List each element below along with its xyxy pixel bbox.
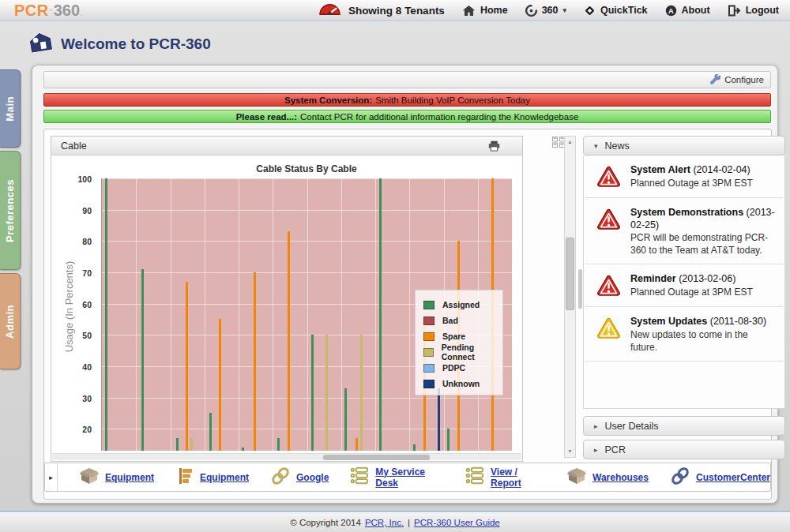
nav-item-home[interactable]: Home (462, 5, 508, 17)
h-scrollbar-thumb[interactable] (323, 455, 430, 460)
pcr360-logo[interactable]: PCR ◦ 360 . (14, 2, 82, 20)
chart-gridline-v (341, 178, 342, 451)
chart-bar-spare (186, 282, 188, 451)
layout-grid-icon[interactable] (552, 137, 565, 151)
nav-item-label: About (682, 5, 710, 16)
chart-horizontal-scrollbar[interactable] (52, 453, 521, 460)
cable-portlet-title: Cable (61, 140, 87, 152)
legend-swatch (423, 332, 434, 341)
circle-360-icon (525, 5, 537, 17)
shortcut-my-service-desk[interactable]: My Service Desk (350, 466, 444, 489)
chart-gridline-v (307, 178, 308, 451)
shortcut-link: CustomerCenter (696, 472, 770, 483)
chart-bar-pending-connect (325, 335, 328, 451)
news-column-scrollbar[interactable] (578, 269, 582, 309)
accordion-label: User Details (605, 421, 659, 432)
nav-item-label: Logout (746, 5, 779, 16)
chart-bar-assigned (242, 448, 244, 451)
nav-item-logout[interactable]: Logout (728, 5, 779, 17)
user-guide-link[interactable]: PCR-360 User Guide (414, 518, 500, 527)
chart-bar-unknown (438, 388, 440, 451)
legend-row: Assigned (423, 297, 502, 313)
welcome-heading: Welcome to PCR-360 (28, 32, 211, 57)
scroll-up-arrow[interactable]: ▲ (565, 137, 575, 148)
news-item-text: System Updates (2011-08-30)New updates t… (630, 316, 775, 354)
top-header-bar: PCR ◦ 360 . Showing 8 Tenants Home360▾Qu… (0, 0, 790, 21)
news-item-body: Planned Outage at 3PM EST (630, 178, 775, 190)
banner-text: Contact PCR for additional information r… (300, 112, 578, 122)
chart-gridline-h (102, 272, 512, 273)
legend-swatch (423, 380, 434, 388)
list-icon (465, 466, 485, 488)
pcr360-app: PCR ◦ 360 . Showing 8 Tenants Home360▾Qu… (0, 0, 790, 532)
news-item-name: System Demonstrations (630, 207, 743, 218)
shortcut-view-report[interactable]: View / Report (465, 466, 545, 489)
configure-button[interactable]: Configure (710, 74, 764, 86)
banner-title: System Conversion: (284, 96, 372, 105)
copyright-text: © Copyright 2014 (290, 518, 361, 527)
nav-item-quicktick[interactable]: QuickTick (584, 5, 648, 17)
logo-text-360: 360 (54, 2, 80, 20)
v-scrollbar-thumb[interactable] (566, 238, 574, 310)
header-nav: Showing 8 Tenants Home360▾QuickTickAAbou… (318, 3, 790, 18)
sidebar-tab-admin[interactable]: Admin (0, 273, 21, 369)
legend-row: Unknown (423, 376, 502, 392)
chevron-down-icon: ▾ (562, 6, 566, 14)
shortcut-google[interactable]: Google (270, 466, 329, 489)
nav-item-about[interactable]: AAbout (665, 5, 710, 17)
scroll-down-arrow[interactable]: ▼ (565, 446, 575, 457)
pcr-inc-link[interactable]: PCR, Inc. (365, 518, 404, 527)
legend-label: Pending Connect (442, 343, 502, 362)
sidebar-tab-main[interactable]: Main (0, 69, 21, 148)
legend-label: PDPC (442, 363, 465, 373)
y-tick-label: 90 (60, 206, 92, 215)
chart-bar-spare (356, 438, 358, 451)
printer-icon[interactable] (488, 140, 500, 154)
news-item-body: Planned Outage at 3PM EST (630, 287, 775, 299)
chart-gridline-v (171, 178, 171, 451)
news-item-text: System Alert (2014-02-04)Planned Outage … (630, 164, 775, 190)
collapsed-accordions: ▸User Details▸PCR (583, 412, 785, 459)
legend-label: Spare (442, 332, 465, 341)
accordion-label: PCR (605, 444, 626, 455)
chain-link-blue-icon (670, 466, 690, 489)
legend-row: Pending Connect (423, 344, 502, 360)
news-item-title: Reminder (2013-02-06) (630, 273, 775, 286)
logo-text-pcr: PCR (14, 2, 49, 20)
y-tick-label: 50 (60, 331, 92, 340)
logout-icon (728, 5, 741, 17)
sidebar-tab-label: Admin (4, 305, 16, 339)
shortcut-equipment[interactable]: Equipment (175, 466, 249, 489)
y-tick-label: 70 (60, 268, 92, 278)
chart-bar-assigned (344, 388, 347, 451)
warning-red-icon (596, 275, 621, 299)
nav-item-360[interactable]: 360▾ (525, 5, 566, 17)
shortcut-equipment[interactable]: Equipment (79, 466, 154, 489)
chart-gridline-h (102, 210, 512, 211)
tenant-indicator[interactable]: Showing 8 Tenants (318, 3, 445, 18)
chart-bar-assigned (413, 444, 416, 451)
footer: © Copyright 2014 PCR, Inc. | PCR-360 Use… (0, 512, 790, 532)
content-vertical-scrollbar[interactable]: ▲ ▼ (564, 136, 576, 458)
news-list: System Alert (2014-02-04)Planned Outage … (583, 155, 785, 409)
sidebar-tab-preferences[interactable]: Preferences (0, 151, 21, 270)
chart-legend: AssignedBadSparePending ConnectPDPCUnkno… (415, 290, 503, 395)
accordion-pcr[interactable]: ▸PCR (583, 440, 785, 459)
news-header[interactable]: ▾ News (583, 136, 785, 155)
shortcut-warehouses[interactable]: Warehouses (566, 466, 649, 489)
news-item-date: (2011-08-30) (707, 316, 766, 327)
news-item-text: Reminder (2013-02-06)Planned Outage at 3… (630, 273, 775, 299)
news-title: News (605, 140, 630, 152)
warning-yellow-icon (596, 317, 621, 354)
chart-bar-pending-connect (360, 335, 363, 451)
shortcuts-expander-button[interactable]: ▸ (45, 463, 58, 491)
accordion-user-details[interactable]: ▸User Details (583, 416, 785, 436)
shortcut-link: View / Report (491, 466, 545, 489)
y-tick-label: 40 (60, 362, 92, 372)
svg-text:A: A (668, 6, 674, 14)
y-tick-label: 30 (60, 394, 92, 403)
chart-plot-area: AssignedBadSparePending ConnectPDPCUnkno… (101, 178, 512, 451)
orgchart-icon (175, 466, 194, 489)
shortcut-customercenter[interactable]: CustomerCenter (670, 466, 770, 489)
page-title: Welcome to PCR-360 (61, 36, 211, 53)
